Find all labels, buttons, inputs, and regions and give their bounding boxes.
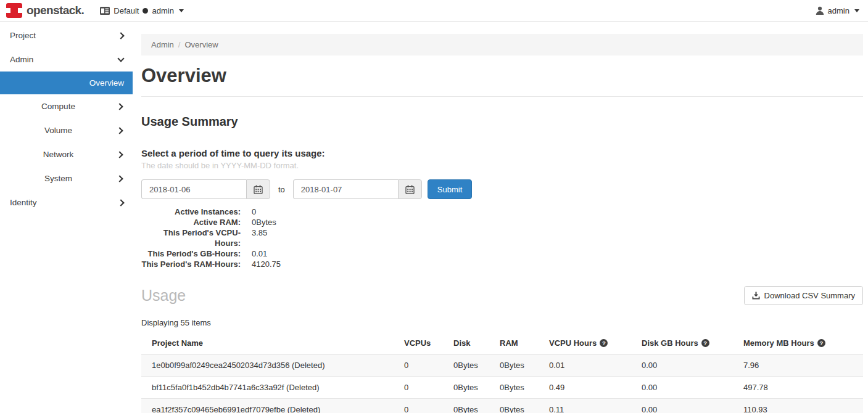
cell-disk: 0Bytes	[447, 377, 494, 399]
chevron-right-icon	[117, 199, 124, 206]
cell-vcpus: 0	[398, 354, 447, 377]
context-switcher[interactable]: Default admin	[100, 6, 184, 15]
date-range-prompt: Select a period of time to query its usa…	[141, 148, 863, 158]
breadcrumb-current: Overview	[184, 40, 218, 49]
column-ram: RAM	[494, 333, 543, 354]
usage-stats: Active Instances: 0 Active RAM: 0Bytes T…	[141, 206, 863, 269]
stat-value: 0.01	[252, 248, 267, 259]
user-menu[interactable]: admin	[816, 6, 859, 15]
project-card-icon	[100, 7, 110, 15]
cell-disk-gb-hours: 0.00	[635, 377, 737, 399]
cell-project-name: ea1f2f357c09465eb6991edf7079efbe (Delete…	[141, 399, 398, 413]
openstack-brand[interactable]: openstack.	[6, 3, 84, 18]
sidebar-item-admin[interactable]: Admin	[0, 47, 133, 72]
sidebar-item-label: Overview	[89, 78, 124, 88]
title-divider	[141, 96, 863, 97]
openstack-logo-icon	[6, 3, 22, 18]
cell-disk: 0Bytes	[447, 399, 494, 413]
download-icon	[752, 292, 760, 300]
stat-ram-hours: This Period's RAM-Hours: 4120.75	[141, 259, 863, 269]
date-to-calendar-addon[interactable]	[398, 179, 422, 199]
sidebar-item-overview-selected[interactable]: Overview	[0, 72, 133, 94]
sidebar-item-network[interactable]: Network	[0, 142, 133, 166]
breadcrumb-separator: /	[178, 40, 181, 49]
cell-vcpus: 0	[398, 377, 447, 399]
date-to-group	[293, 179, 422, 199]
usage-table-heading: Usage	[141, 287, 186, 305]
cell-vcpu-hours: 0.11	[543, 399, 635, 413]
stat-label: This Period's RAM-Hours:	[141, 259, 241, 269]
stat-label: This Period's GB-Hours:	[141, 248, 241, 259]
sidebar-item-label: Project	[10, 31, 36, 40]
submit-button[interactable]: Submit	[428, 179, 472, 199]
column-label: Disk GB Hours	[642, 338, 698, 348]
date-from-group	[141, 179, 270, 199]
context-domain: Default	[114, 6, 139, 15]
date-to-input[interactable]	[293, 179, 398, 199]
usage-summary-heading: Usage Summary	[141, 115, 863, 129]
date-format-hint: The date should be in YYYY-MM-DD format.	[141, 161, 863, 170]
chevron-down-icon	[179, 9, 184, 12]
context-dot-icon	[143, 8, 148, 14]
stat-label: Active RAM:	[141, 217, 241, 227]
cell-project-name: 1e0b0f99af0249cea24502034d73d356 (Delete…	[141, 354, 398, 377]
cell-ram: 0Bytes	[494, 354, 543, 377]
table-row: ea1f2f357c09465eb6991edf7079efbe (Delete…	[141, 399, 863, 413]
help-icon[interactable]: ?	[817, 339, 825, 347]
cell-memory-mb-hours: 7.96	[737, 354, 863, 377]
table-header-row: Project Name VCPUs Disk RAM VCPU Hours? …	[141, 333, 863, 354]
items-count: Displaying 55 items	[141, 318, 863, 327]
stat-value: 4120.75	[252, 259, 281, 269]
column-vcpu-hours: VCPU Hours?	[543, 333, 635, 354]
cell-disk: 0Bytes	[447, 354, 494, 377]
download-csv-button[interactable]: Download CSV Summary	[744, 286, 863, 305]
cell-memory-mb-hours: 497.78	[737, 377, 863, 399]
breadcrumb-admin[interactable]: Admin	[151, 40, 174, 49]
cell-disk-gb-hours: 0.00	[635, 354, 737, 377]
cell-memory-mb-hours: 110.93	[737, 399, 863, 413]
table-row: bf11c5fa0f1b452db4b7741a6c33a92f (Delete…	[141, 377, 863, 399]
column-label: Memory MB Hours	[743, 338, 814, 348]
stat-gb-hours: This Period's GB-Hours: 0.01	[141, 248, 863, 259]
stat-value: 3.85	[252, 227, 267, 248]
help-icon[interactable]: ?	[701, 339, 709, 347]
breadcrumb: Admin / Overview	[141, 34, 863, 55]
cell-project-name: bf11c5fa0f1b452db4b7741a6c33a92f (Delete…	[141, 377, 398, 399]
sidebar-nav: Project Admin Overview Compute Volume Ne…	[0, 22, 133, 413]
sidebar-item-system[interactable]: System	[0, 166, 133, 190]
sidebar-item-label: Network	[0, 150, 133, 159]
sidebar-item-volume[interactable]: Volume	[0, 118, 133, 142]
stat-label: This Period's VCPU-Hours:	[141, 227, 241, 248]
sidebar-item-compute[interactable]: Compute	[0, 94, 133, 118]
sidebar-item-label: Volume	[0, 126, 133, 135]
sidebar-item-identity[interactable]: Identity	[0, 190, 133, 215]
stat-vcpu-hours: This Period's VCPU-Hours: 3.85	[141, 227, 863, 248]
stat-active-instances: Active Instances: 0	[141, 206, 863, 217]
column-disk: Disk	[447, 333, 494, 354]
chevron-down-icon	[854, 9, 859, 12]
calendar-icon	[405, 185, 415, 194]
help-icon[interactable]: ?	[600, 339, 608, 347]
sidebar-item-project[interactable]: Project	[0, 23, 133, 47]
top-navbar: openstack. Default admin admin	[0, 0, 868, 22]
cell-disk-gb-hours: 0.00	[635, 399, 737, 413]
context-project: admin	[152, 6, 173, 15]
chevron-right-icon	[117, 32, 124, 39]
user-icon	[816, 6, 824, 15]
cell-vcpu-hours: 0.01	[543, 354, 635, 377]
sidebar-item-label: Identity	[10, 198, 37, 207]
column-label: VCPU Hours	[549, 338, 597, 348]
cell-vcpu-hours: 0.49	[543, 377, 635, 399]
chevron-down-icon	[117, 55, 124, 62]
column-disk-gb-hours: Disk GB Hours?	[635, 333, 737, 354]
sidebar-item-label: System	[0, 174, 133, 183]
usage-table: Project Name VCPUs Disk RAM VCPU Hours? …	[141, 333, 863, 413]
column-memory-mb-hours: Memory MB Hours?	[737, 333, 863, 354]
brand-wordmark: openstack.	[27, 4, 84, 17]
date-from-calendar-addon[interactable]	[246, 179, 270, 199]
column-vcpus: VCPUs	[398, 333, 447, 354]
date-from-input[interactable]	[141, 179, 246, 199]
user-name: admin	[828, 6, 849, 15]
sidebar-item-label: Compute	[0, 102, 133, 111]
cell-vcpus: 0	[398, 399, 447, 413]
